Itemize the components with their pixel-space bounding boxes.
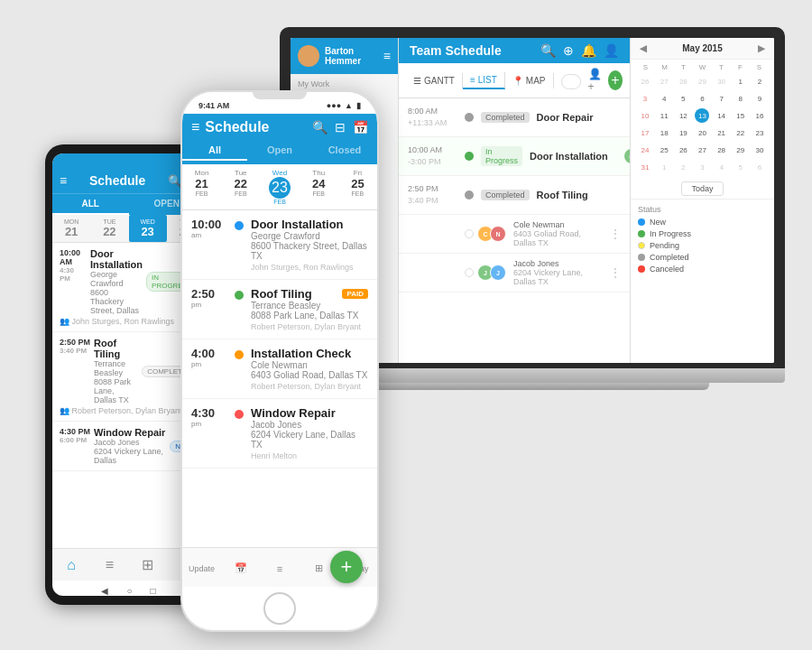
job-time: 4:30 pm — [191, 406, 227, 460]
cal-day[interactable]: 22 — [734, 125, 748, 140]
notification-icon[interactable]: 🔔 — [581, 43, 596, 58]
ios-date-thu[interactable]: Thu 24 FEB — [300, 164, 338, 209]
cal-day[interactable]: 19 — [676, 125, 690, 140]
search-topbar-icon[interactable]: 🔍 — [540, 43, 556, 58]
cal-day[interactable]: 6 — [695, 91, 709, 106]
list-item[interactable]: 10:00 am Door Installation George Crawfo… — [182, 210, 377, 280]
cal-day[interactable]: 29 — [695, 74, 709, 88]
ios-list-bottom-btn[interactable]: ≡ — [260, 563, 299, 574]
cal-day[interactable]: 4 — [657, 91, 671, 106]
sidebar-menu-icon[interactable]: ≡ — [383, 49, 391, 63]
cal-day[interactable]: 11 — [657, 108, 671, 123]
back-btn[interactable]: ◀ — [101, 586, 108, 596]
cal-day[interactable]: 6 — [752, 160, 767, 174]
cal-day[interactable]: 17 — [638, 125, 652, 140]
android-date-wed[interactable]: Wed 23 — [129, 215, 167, 242]
cal-day[interactable]: 7 — [715, 91, 729, 106]
cal-day[interactable]: 14 — [715, 108, 729, 123]
cal-day[interactable]: 12 — [676, 108, 690, 123]
nav-home-btn[interactable]: ⌂ — [52, 557, 90, 573]
ios-update-btn[interactable]: Update — [182, 564, 221, 573]
nav-list-btn[interactable]: ≡ — [90, 557, 128, 573]
map-view-btn[interactable]: 📍 MAP — [505, 73, 554, 88]
cal-next-btn[interactable]: ▶ — [756, 43, 767, 53]
cal-day[interactable]: 3 — [695, 160, 709, 174]
search-input[interactable] — [561, 74, 581, 89]
job-title[interactable]: Door Repair — [537, 112, 627, 123]
cal-day[interactable]: 21 — [715, 125, 729, 140]
ios-filter-icon[interactable]: ⊟ — [335, 120, 346, 135]
ios-search-icon[interactable]: 🔍 — [312, 120, 328, 135]
home-btn[interactable]: ○ — [126, 586, 132, 596]
cal-day[interactable]: 27 — [657, 74, 671, 88]
cal-day[interactable]: 30 — [752, 143, 767, 157]
cal-day[interactable]: 24 — [638, 143, 652, 157]
list-item[interactable]: 4:30 pm Window Repair Jacob Jones 6204 V… — [182, 399, 377, 469]
ios-calendar-bottom-btn[interactable]: 📅 — [221, 562, 260, 574]
ios-date-tue[interactable]: Tue 22 FEB — [221, 164, 260, 209]
cal-day[interactable]: 25 — [657, 143, 671, 157]
cal-day[interactable]: 23 — [752, 125, 767, 140]
cal-day[interactable]: 5 — [734, 160, 748, 174]
ios-header-right: 🔍 ⊟ 📅 — [312, 120, 368, 135]
recent-btn[interactable]: □ — [151, 586, 156, 596]
add-topbar-icon[interactable]: ⊕ — [563, 43, 574, 58]
cal-day[interactable]: 3 — [638, 91, 652, 106]
cal-day[interactable]: 28 — [676, 74, 690, 88]
list-icon: ≡ — [470, 75, 475, 85]
filter-icon[interactable]: 👤+ — [588, 68, 603, 93]
job-info: Roof Tiling Terrance Beasley 8088 Park L… — [94, 338, 138, 404]
ios-tab-all[interactable]: All — [182, 141, 247, 161]
cal-day[interactable]: 31 — [638, 160, 652, 174]
user-topbar-icon[interactable]: 👤 — [604, 43, 619, 58]
android-date-mon[interactable]: Mon 21 — [52, 215, 90, 242]
ios-home-button[interactable] — [263, 592, 296, 625]
list-item[interactable]: 2:50 pm Roof Tiling PAID Terrance Beasle… — [182, 280, 377, 339]
ios-tab-open[interactable]: Open — [247, 141, 312, 161]
hamburger-icon[interactable]: ≡ — [60, 173, 67, 188]
ios-menu-icon[interactable]: ≡ — [191, 119, 199, 135]
cal-day[interactable]: 16 — [752, 108, 767, 123]
cal-day[interactable]: 2 — [676, 160, 690, 174]
cal-day[interactable]: 20 — [695, 125, 709, 140]
nav-grid-btn[interactable]: ⊞ — [129, 556, 167, 573]
legend-item-new: New — [638, 218, 767, 227]
cal-day[interactable]: 29 — [734, 143, 748, 157]
row-menu-icon[interactable]: ⋮ — [610, 266, 621, 279]
cal-day[interactable]: 18 — [657, 125, 671, 140]
cal-day[interactable]: 1 — [734, 74, 748, 88]
cal-day[interactable]: 15 — [734, 108, 748, 123]
cal-day[interactable]: 10 — [638, 108, 652, 123]
list-view-btn[interactable]: ≡ LIST — [463, 72, 505, 89]
cal-day[interactable]: 9 — [752, 91, 767, 106]
gantt-view-btn[interactable]: ☰ GANTT — [406, 73, 463, 88]
ios-calendar-icon[interactable]: 📅 — [353, 120, 368, 135]
cal-day[interactable]: 27 — [695, 143, 709, 157]
cal-day[interactable]: 26 — [676, 143, 690, 157]
android-date-tue[interactable]: Tue 22 — [90, 215, 128, 242]
cal-day[interactable]: 5 — [676, 91, 690, 106]
ios-fab-btn[interactable]: + — [330, 551, 363, 583]
job-title[interactable]: Roof Tiling — [537, 190, 627, 200]
cal-day[interactable]: 4 — [715, 160, 729, 174]
cal-day[interactable]: 8 — [734, 91, 748, 106]
cal-day[interactable]: 30 — [715, 74, 729, 88]
ios-date-fri[interactable]: Fri 25 FEB — [338, 164, 377, 209]
job-title-row: Window Repair — [251, 406, 368, 420]
calendar-title: May 2015 — [682, 43, 722, 53]
cal-day-today[interactable]: 13 — [695, 108, 709, 123]
job-title[interactable]: Door Installation — [530, 151, 620, 162]
cal-day[interactable]: 26 — [638, 74, 652, 88]
today-button[interactable]: Today — [681, 181, 723, 196]
ios-date-wed[interactable]: Wed 23 FEB — [260, 164, 299, 209]
cal-prev-btn[interactable]: ◀ — [638, 43, 649, 53]
ios-date-mon[interactable]: Mon 21 FEB — [182, 164, 221, 209]
cal-day[interactable]: 1 — [657, 160, 671, 174]
row-menu-icon[interactable]: ⋮ — [610, 228, 621, 240]
cal-day[interactable]: 2 — [752, 74, 767, 88]
cal-day[interactable]: 28 — [715, 143, 729, 157]
add-schedule-btn[interactable]: + — [608, 70, 623, 90]
android-tab-all[interactable]: ALL — [52, 194, 129, 215]
list-item[interactable]: 4:00 pm Installation Check Cole Newman 6… — [182, 339, 377, 399]
ios-tab-closed[interactable]: Closed — [312, 141, 377, 161]
